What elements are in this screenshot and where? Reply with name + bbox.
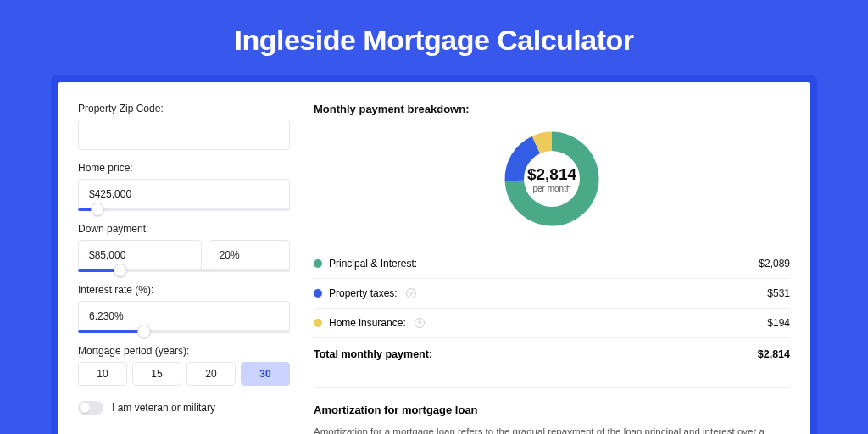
total-label: Total monthly payment: <box>314 348 432 360</box>
veteran-row: I am veteran or military <box>78 401 290 415</box>
calculator-card: Property Zip Code: Home price: Down paym… <box>58 82 810 434</box>
zip-label: Property Zip Code: <box>78 103 290 114</box>
legend-value: $194 <box>767 317 790 329</box>
interest-slider[interactable] <box>78 330 290 333</box>
form-column: Property Zip Code: Home price: Down paym… <box>78 103 290 434</box>
legend-dot <box>314 289 322 298</box>
legend-row: Home insurance:?$194 <box>314 309 790 338</box>
breakdown-column: Monthly payment breakdown: $2,814 per mo… <box>314 103 790 434</box>
period-label: Mortgage period (years): <box>78 345 290 357</box>
card-wrap: Property Zip Code: Home price: Down paym… <box>0 75 868 434</box>
down-payment-percent-input[interactable] <box>209 240 290 270</box>
amortization-text: Amortization for a mortgage loan refers … <box>314 425 790 434</box>
period-field: Mortgage period (years): 10152030 <box>78 345 290 386</box>
back-card: Property Zip Code: Home price: Down paym… <box>51 75 817 434</box>
total-value: $2,814 <box>758 348 790 360</box>
home-price-slider[interactable] <box>78 208 290 211</box>
interest-field: Interest rate (%): <box>78 284 290 333</box>
interest-label: Interest rate (%): <box>78 284 290 296</box>
period-option-30[interactable]: 30 <box>241 362 290 386</box>
zip-input[interactable] <box>78 120 290 150</box>
down-payment-amount-input[interactable] <box>78 240 202 270</box>
veteran-label: I am veteran or military <box>112 402 215 414</box>
down-payment-field: Down payment: <box>78 223 290 272</box>
amortization-section: Amortization for mortgage loan Amortizat… <box>314 387 790 434</box>
home-price-input[interactable] <box>78 179 290 209</box>
home-price-label: Home price: <box>78 162 290 174</box>
interest-input[interactable] <box>78 301 290 331</box>
veteran-toggle[interactable] <box>78 401 103 415</box>
legend-dot <box>314 259 322 268</box>
donut-chart: $2,814 per month <box>314 125 790 232</box>
amortization-title: Amortization for mortgage loan <box>314 403 790 416</box>
legend-label: Home insurance: <box>329 317 406 329</box>
period-option-10[interactable]: 10 <box>78 362 127 386</box>
legend-row: Principal & Interest:$2,089 <box>314 249 790 279</box>
legend-row: Property taxes:?$531 <box>314 279 790 309</box>
zip-field: Property Zip Code: <box>78 103 290 150</box>
info-icon[interactable]: ? <box>406 288 416 298</box>
legend-label: Principal & Interest: <box>329 258 417 270</box>
legend-dot <box>314 319 322 327</box>
down-payment-slider[interactable] <box>78 269 290 272</box>
page-title: Ingleside Mortgage Calculator <box>0 0 868 75</box>
donut-sublabel: per month <box>527 184 576 193</box>
legend-value: $2,089 <box>759 258 790 270</box>
legend-label: Property taxes: <box>329 287 398 299</box>
total-row: Total monthly payment: $2,814 <box>314 338 790 370</box>
donut-value: $2,814 <box>527 165 576 184</box>
period-option-15[interactable]: 15 <box>132 362 181 386</box>
down-payment-label: Down payment: <box>78 223 290 235</box>
home-price-field: Home price: <box>78 162 290 211</box>
period-option-20[interactable]: 20 <box>186 362 236 386</box>
info-icon[interactable]: ? <box>415 318 425 328</box>
legend-value: $531 <box>767 287 790 299</box>
breakdown-title: Monthly payment breakdown: <box>314 103 790 115</box>
